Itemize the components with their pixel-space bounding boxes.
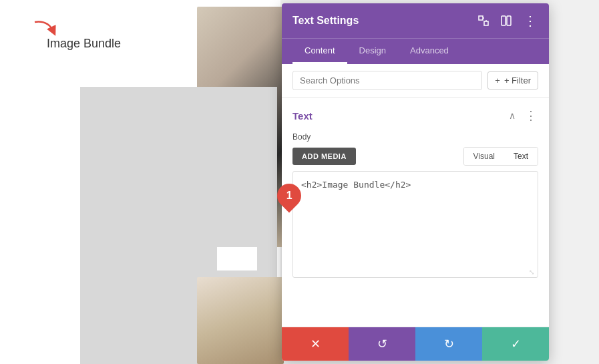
columns-icon-button[interactable] [500, 14, 513, 27]
filter-button[interactable]: + + Filter [487, 71, 538, 89]
resize-handle[interactable]: ⤡ [529, 268, 536, 275]
redo-button[interactable]: ↻ [415, 327, 482, 361]
svg-rect-4 [502, 16, 506, 25]
panel-title: Text Settings [292, 15, 359, 27]
panel-header: Text Settings ⋮ [282, 3, 549, 38]
tab-bar: Content Design Advanced [282, 38, 549, 64]
section-header: Text ∧ ⋮ [282, 98, 549, 130]
white-box [217, 247, 257, 270]
tab-design[interactable]: Design [347, 39, 398, 64]
text-editor-area[interactable]: <h2>Image Bundle</h2> ⤡ [292, 171, 538, 278]
step-badge-number: 1 [286, 190, 292, 202]
more-options-button[interactable]: ⋮ [522, 13, 538, 29]
collapse-section-button[interactable]: ∧ [508, 109, 517, 122]
cancel-button[interactable]: ✕ [282, 327, 349, 361]
filter-plus-icon: + [495, 75, 500, 85]
svg-rect-1 [484, 21, 488, 25]
save-button[interactable]: ✓ [482, 327, 549, 361]
filter-label: + Filter [504, 75, 531, 85]
view-toggle: Visual Text [463, 147, 538, 166]
body-field-label: Body [282, 130, 549, 147]
svg-rect-0 [479, 16, 483, 20]
editor-toolbar: ADD MEDIA Visual Text [282, 147, 549, 171]
tab-content[interactable]: Content [292, 39, 347, 64]
editor-content[interactable]: <h2>Image Bundle</h2> [301, 178, 530, 192]
tab-advanced[interactable]: Advanced [398, 39, 461, 64]
image-bundle-label: Image Bundle [47, 37, 121, 51]
section-more-button[interactable]: ⋮ [524, 107, 538, 124]
settings-panel: Text Settings ⋮ Content Design A [282, 3, 549, 361]
search-bar: + + Filter [282, 64, 549, 98]
visual-view-button[interactable]: Visual [464, 148, 504, 165]
search-input[interactable] [292, 71, 482, 90]
expand-icon-button[interactable] [477, 14, 490, 27]
text-view-button[interactable]: Text [504, 148, 538, 165]
section-title: Text [292, 110, 313, 122]
undo-button[interactable]: ↺ [349, 327, 415, 361]
panel-body: Text ∧ ⋮ Body ADD MEDIA Visual Text <h2>… [282, 98, 549, 327]
svg-rect-5 [507, 16, 511, 25]
bottom-action-bar: ✕ ↺ ↻ ✓ [282, 327, 549, 361]
add-media-button[interactable]: ADD MEDIA [292, 148, 356, 165]
second-image [197, 277, 284, 364]
section-icons: ∧ ⋮ [508, 107, 538, 124]
header-icons: ⋮ [477, 13, 538, 29]
